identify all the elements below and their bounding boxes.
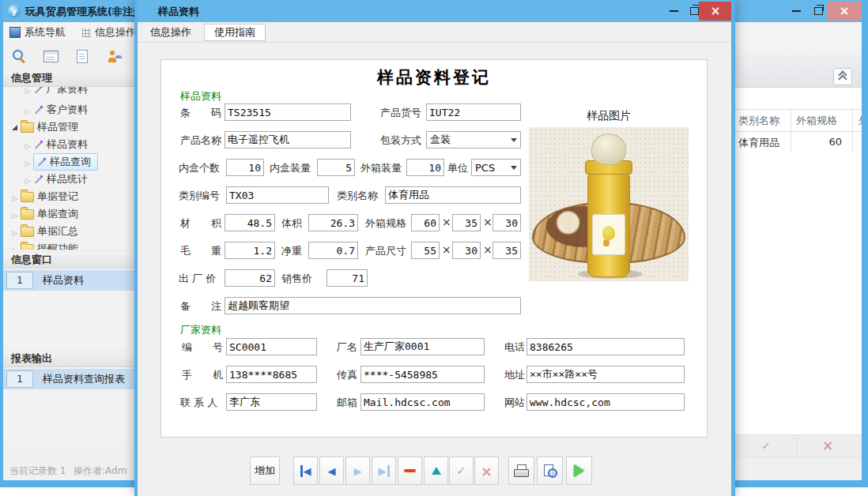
tree-label: 样品管理 (37, 120, 78, 134)
label-unit: 单位 (447, 161, 468, 175)
address-input[interactable] (526, 366, 685, 383)
tree-item-order-register[interactable]: 单据登记 (3, 188, 134, 205)
sidebar-section-report-output[interactable]: 报表输出 (3, 350, 134, 367)
volume-input[interactable] (308, 214, 358, 231)
expander-icon (9, 191, 21, 203)
barcode-input[interactable] (225, 103, 351, 121)
delete-record-button[interactable] (398, 457, 422, 485)
email-input[interactable] (360, 393, 485, 411)
carton-pack-input[interactable] (406, 159, 444, 176)
document-button[interactable] (68, 44, 96, 68)
search-button[interactable] (5, 44, 33, 68)
grid-post-button[interactable] (735, 435, 797, 456)
main-close-button[interactable] (827, 2, 862, 21)
vendor-no-input[interactable] (226, 338, 317, 355)
inner-qty-input[interactable] (226, 159, 264, 176)
tree-item-factory-data[interactable]: 厂家资料 (3, 87, 134, 98)
website-input[interactable] (526, 393, 685, 411)
mobile-input[interactable] (226, 366, 317, 383)
unit-select[interactable]: PCS (471, 159, 521, 176)
nav-next-button[interactable] (345, 457, 370, 485)
grid-cell-category[interactable]: 体育用品 (738, 136, 779, 150)
wand-icon (33, 105, 43, 115)
carton-size-h-input[interactable] (492, 214, 521, 231)
label-vendor-name: 厂名 (337, 340, 357, 355)
tree-item-order-query[interactable]: 单据查询 (3, 205, 134, 223)
remark-input[interactable] (225, 297, 521, 314)
contact-input[interactable] (226, 393, 317, 411)
net-weight-input[interactable] (308, 242, 358, 259)
sidebar-section-info-management[interactable]: 信息管理 (3, 70, 134, 87)
cancel-record-button[interactable] (474, 457, 499, 485)
dialog-border-left (134, 0, 138, 496)
tree-item-reminder[interactable]: 提醒功能 (3, 240, 134, 250)
info-window-item[interactable]: 1 样品资料 (3, 270, 134, 291)
tab-system-nav[interactable]: 系统导航 (5, 24, 70, 41)
print-button[interactable] (508, 457, 534, 485)
edit-record-button[interactable] (424, 457, 448, 485)
nav-prev-icon (328, 465, 336, 477)
label-product-size: 产品尺寸 (365, 244, 406, 258)
tree-item-customer-data[interactable]: 客户资料 (3, 101, 134, 118)
grid-cell-carton-spec[interactable]: 60 (793, 136, 842, 148)
sidebar-section-info-window[interactable]: 信息窗口 (3, 251, 134, 269)
grid-cancel-button[interactable] (797, 435, 859, 456)
inner-pack-input[interactable] (317, 159, 355, 176)
report-item[interactable]: 1 样品资料查询报表 (3, 369, 134, 389)
tree-item-sample-management[interactable]: 样品管理 (3, 118, 134, 136)
phone-input[interactable] (526, 338, 685, 355)
expander-icon (22, 104, 33, 116)
cuft-input[interactable] (225, 214, 275, 231)
packing-value: 盒装 (430, 133, 451, 147)
label-mobile: 手 机 (182, 368, 223, 382)
nav-first-button[interactable] (293, 457, 318, 485)
tree-item-sample-data[interactable]: 样品资料 (3, 136, 134, 153)
add-button[interactable]: 增加 (250, 457, 280, 485)
section-label-vendor: 厂家资料 (180, 323, 221, 337)
label-email: 邮箱 (337, 396, 357, 410)
document-icon (77, 50, 88, 63)
post-record-button[interactable] (449, 457, 474, 485)
product-name-input[interactable] (225, 131, 351, 148)
grid-header-category-name[interactable]: 类别名称 (738, 114, 779, 128)
label-packing: 包装方式 (380, 133, 421, 148)
carton-size-w-input[interactable] (452, 214, 481, 231)
fax-input[interactable] (360, 366, 485, 383)
vendor-name-input[interactable] (360, 338, 485, 355)
product-size-w-input[interactable] (452, 242, 481, 259)
factory-price-input[interactable] (225, 269, 275, 287)
print-preview-button[interactable] (537, 457, 563, 485)
grid-header-carton-spec[interactable]: 外箱规格 (796, 114, 837, 128)
main-restore-button[interactable] (810, 6, 827, 17)
dialog-tab-user-guide[interactable]: 使用指南 (204, 24, 266, 41)
nav-prev-button[interactable] (319, 457, 344, 485)
user-button[interactable] (100, 44, 128, 68)
wand-icon (33, 87, 43, 95)
tab-info-operation[interactable]: 信息操作 (77, 24, 141, 41)
label-barcode: 条 码 (180, 106, 221, 120)
nav-last-icon (379, 465, 390, 477)
dialog-tab-info-operation[interactable]: 信息操作 (141, 24, 201, 41)
ribbon-collapse-button[interactable] (833, 68, 852, 85)
product-size-l-input[interactable] (411, 242, 440, 259)
nav-last-button[interactable] (372, 457, 396, 485)
main-minimize-button[interactable] (787, 6, 805, 17)
dialog-close-button[interactable] (699, 2, 732, 21)
duck-graphic (602, 226, 615, 240)
carton-size-l-input[interactable] (411, 214, 440, 231)
dialog-minimize-button[interactable] (666, 6, 681, 17)
product-size-h-input[interactable] (492, 242, 521, 259)
tab-label: 信息操作 (95, 25, 136, 39)
gross-weight-input[interactable] (225, 242, 275, 259)
list-view-button[interactable] (36, 44, 65, 68)
tree-item-order-summary[interactable]: 单据汇总 (3, 223, 134, 240)
packing-select[interactable]: 盒装 (426, 131, 521, 148)
tree-item-sample-query[interactable]: 样品查询 (3, 153, 134, 171)
sale-price-input[interactable] (326, 269, 368, 287)
sample-data-dialog: 样品资料 信息操作 使用指南 样品资料登记 样品资料 条 码 产品货号 产品名称… (134, 0, 735, 496)
cat-name-input[interactable] (385, 186, 521, 204)
cat-no-input[interactable] (226, 186, 329, 204)
product-no-input[interactable] (426, 103, 521, 121)
tree-item-sample-stats[interactable]: 样品统计 (3, 171, 134, 188)
run-button[interactable] (566, 457, 592, 485)
